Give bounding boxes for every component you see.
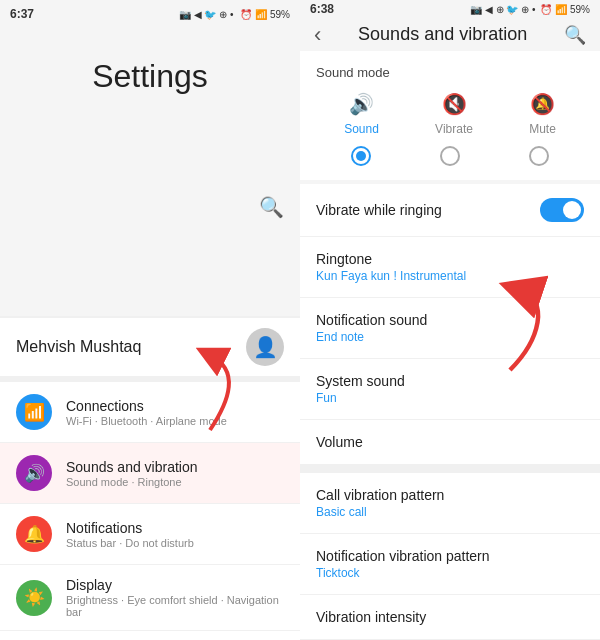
notifications-subtitle: Status bar · Do not disturb: [66, 537, 284, 549]
connections-icon: 📶: [16, 394, 52, 430]
sound-mode-card: Sound mode 🔊 Sound 🔇 Vibrate 🔕 Mute: [300, 51, 600, 180]
settings-item-wallpaper[interactable]: 🖼️ Wallpaper Home and lock screen wallpa…: [0, 631, 300, 640]
panel-title: Sounds and vibration: [358, 24, 527, 45]
radio-sound[interactable]: [351, 146, 371, 166]
sound-icon: 🔊: [349, 92, 374, 116]
avatar: 👤: [246, 328, 284, 366]
user-name: Mehvish Mushtaq: [16, 338, 141, 356]
vibrate-ringing-toggle[interactable]: [540, 198, 584, 222]
back-button[interactable]: ‹: [314, 22, 321, 48]
settings-item-notifications[interactable]: 🔔 Notifications Status bar · Do not dist…: [0, 504, 300, 565]
notification-vibration-subtitle: Ticktock: [316, 566, 490, 580]
settings-list: 📶 Connections Wi-Fi · Bluetooth · Airpla…: [0, 382, 300, 640]
connections-title: Connections: [66, 398, 284, 414]
divider: [300, 465, 600, 473]
notification-sound-title: Notification sound: [316, 312, 427, 328]
mute-icon: 🔕: [530, 92, 555, 116]
row-notification-sound[interactable]: Notification sound End note: [300, 298, 600, 359]
search-button[interactable]: 🔍: [259, 195, 284, 219]
vibration-intensity-title: Vibration intensity: [316, 609, 426, 625]
row-volume[interactable]: Volume: [300, 420, 600, 465]
call-vibration-title: Call vibration pattern: [316, 487, 444, 503]
notifications-icon: 🔔: [16, 516, 52, 552]
sound-label: Sound: [344, 122, 379, 136]
display-icon: ☀️: [16, 580, 52, 616]
radio-mute[interactable]: [529, 146, 549, 166]
right-time: 6:38: [310, 2, 334, 16]
left-panel: 6:37 📷 ◀ 🐦 ⊕ • ⏰ 📶 59% Settings 🔍 Mehvis…: [0, 0, 300, 640]
ringtone-subtitle: Kun Faya kun ! Instrumental: [316, 269, 466, 283]
row-ringtone[interactable]: Ringtone Kun Faya kun ! Instrumental: [300, 237, 600, 298]
sound-option-vibrate[interactable]: 🔇 Vibrate: [435, 92, 473, 136]
settings-item-connections[interactable]: 📶 Connections Wi-Fi · Bluetooth · Airpla…: [0, 382, 300, 443]
user-section[interactable]: Mehvish Mushtaq 👤: [0, 318, 300, 376]
vibrate-icon: 🔇: [442, 92, 467, 116]
sounds-icon: 🔊: [16, 455, 52, 491]
notification-sound-subtitle: End note: [316, 330, 427, 344]
settings-title-area: Settings: [0, 28, 300, 316]
radio-vibrate[interactable]: [440, 146, 460, 166]
sounds-subtitle: Sound mode · Ringtone: [66, 476, 284, 488]
right-status-icons: 📷 ◀ ⊕ 🐦 ⊕ • ⏰ 📶 59%: [470, 4, 590, 15]
call-vibration-subtitle: Basic call: [316, 505, 444, 519]
display-title: Display: [66, 577, 284, 593]
system-sound-subtitle: Fun: [316, 391, 405, 405]
row-vibrate-while-ringing[interactable]: Vibrate while ringing: [300, 184, 600, 237]
settings-item-sounds[interactable]: 🔊 Sounds and vibration Sound mode · Ring…: [0, 443, 300, 504]
vibrate-ringing-title: Vibrate while ringing: [316, 202, 442, 218]
search-icon: 🔍: [259, 196, 284, 218]
sound-option-sound[interactable]: 🔊 Sound: [344, 92, 379, 136]
right-panel: 6:38 📷 ◀ ⊕ 🐦 ⊕ • ⏰ 📶 59% ‹ Sounds and vi…: [300, 0, 600, 640]
row-call-vibration[interactable]: Call vibration pattern Basic call: [300, 473, 600, 534]
row-system-sound[interactable]: System sound Fun: [300, 359, 600, 420]
user-bar-wrapper: Mehvish Mushtaq 👤: [0, 316, 300, 382]
system-sound-title: System sound: [316, 373, 405, 389]
notifications-title: Notifications: [66, 520, 284, 536]
notification-vibration-title: Notification vibration pattern: [316, 548, 490, 564]
status-bar-left: 6:37 📷 ◀ 🐦 ⊕ • ⏰ 📶 59%: [0, 0, 300, 28]
sound-options: 🔊 Sound 🔇 Vibrate 🔕 Mute: [316, 92, 584, 136]
panel-header: ‹ Sounds and vibration 🔍: [300, 19, 600, 51]
ringtone-title: Ringtone: [316, 251, 466, 267]
row-vibration-intensity[interactable]: Vibration intensity: [300, 595, 600, 640]
page-title: Settings: [92, 58, 208, 95]
row-notification-vibration[interactable]: Notification vibration pattern Ticktock: [300, 534, 600, 595]
connections-subtitle: Wi-Fi · Bluetooth · Airplane mode: [66, 415, 284, 427]
left-time: 6:37: [10, 7, 34, 21]
sound-option-mute[interactable]: 🔕 Mute: [529, 92, 556, 136]
right-search-button[interactable]: 🔍: [564, 24, 586, 46]
vibrate-label: Vibrate: [435, 122, 473, 136]
sound-mode-label: Sound mode: [316, 65, 584, 80]
left-status-icons: 📷 ◀ 🐦 ⊕ • ⏰ 📶 59%: [179, 9, 290, 20]
volume-title: Volume: [316, 434, 363, 450]
radio-row: [316, 146, 584, 166]
settings-rows: Vibrate while ringing Ringtone Kun Faya …: [300, 184, 600, 640]
sounds-title: Sounds and vibration: [66, 459, 284, 475]
settings-item-display[interactable]: ☀️ Display Brightness · Eye comfort shie…: [0, 565, 300, 631]
display-subtitle: Brightness · Eye comfort shield · Naviga…: [66, 594, 284, 618]
mute-label: Mute: [529, 122, 556, 136]
status-bar-right: 6:38 📷 ◀ ⊕ 🐦 ⊕ • ⏰ 📶 59%: [300, 0, 600, 19]
